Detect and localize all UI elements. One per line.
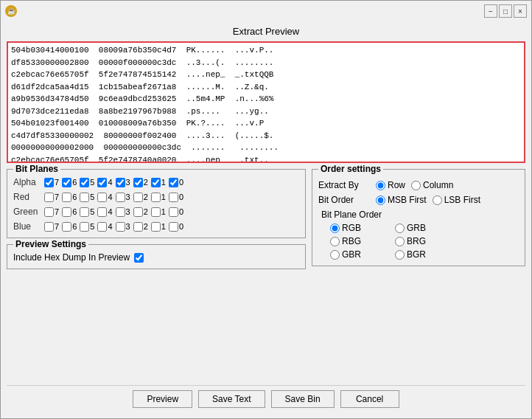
red-row: Red 7 6 5 4 3 2 1 0 — [13, 192, 299, 202]
rbg-option[interactable]: RBG — [330, 236, 389, 246]
alpha-label: Alpha — [13, 177, 41, 187]
red-bit-1[interactable]: 1 — [151, 193, 166, 202]
green-bit-7[interactable]: 7 — [44, 207, 59, 217]
blue-bit-4[interactable]: 4 — [97, 222, 112, 232]
bit-planes-label: Bit Planes — [13, 164, 60, 174]
red-bit-7[interactable]: 7 — [44, 193, 59, 202]
app-icon: ☕ — [5, 5, 17, 17]
left-panel: Bit Planes Alpha 7 6 5 4 3 2 1 0 — [7, 169, 306, 379]
bit-order-row: Bit Order MSB First LSB First — [318, 195, 519, 205]
main-window: ☕ − □ × Extract Preview 504b030414000100… — [0, 0, 532, 419]
blue-bit-1[interactable]: 1 — [151, 222, 166, 232]
blue-row: Blue 7 6 5 4 3 2 1 0 — [13, 221, 299, 232]
hex-dump-text: Include Hex Dump In Preview — [13, 252, 130, 263]
red-bit-2[interactable]: 2 — [133, 193, 148, 202]
grb-option[interactable]: GRB — [395, 223, 454, 233]
brg-option[interactable]: BRG — [395, 236, 454, 246]
blue-bit-0[interactable]: 0 — [169, 222, 183, 232]
preview-area[interactable]: 504b030414000100 08009a76b350c4d7 PK....… — [7, 41, 525, 163]
order-settings-group: Order settings Extract By Row Column — [312, 169, 525, 266]
bit-plane-order-grid: RGB GRB RBG — [330, 223, 519, 260]
preview-line-7: c4d7df85330000002 80000000f002400 ....3.… — [11, 130, 521, 142]
bit-order-label: Bit Order — [318, 195, 370, 205]
bgr-option[interactable]: BGR — [395, 249, 454, 260]
maximize-button[interactable]: □ — [499, 4, 512, 18]
extract-row-label: Row — [388, 180, 405, 190]
green-bit-3[interactable]: 3 — [116, 207, 130, 217]
alpha-bit-7[interactable]: 7 — [44, 178, 59, 187]
preview-line-1: df85330000002800 00000f000000c3dc ..3...… — [11, 57, 521, 69]
bit-planes-grid: Alpha 7 6 5 4 3 2 1 0 Red — [13, 177, 299, 232]
bit-planes-group: Bit Planes Alpha 7 6 5 4 3 2 1 0 — [7, 169, 306, 238]
green-bit-6[interactable]: 6 — [62, 207, 77, 217]
alpha-bit-1[interactable]: 1 — [151, 178, 166, 187]
title-bar: ☕ − □ × — [1, 1, 531, 21]
green-label: Green — [13, 207, 41, 217]
red-bit-0[interactable]: 0 — [169, 193, 183, 202]
order-settings-label: Order settings — [318, 164, 383, 174]
green-bit-1[interactable]: 1 — [151, 207, 166, 217]
rgb-label: RGB — [342, 223, 361, 233]
bit-plane-order-section: Bit Plane Order RGB GRB — [318, 210, 519, 260]
alpha-bit-6[interactable]: 6 — [62, 178, 77, 187]
green-row: Green 7 6 5 4 3 2 1 0 — [13, 207, 299, 217]
preview-line-5: 9d7073dce211eda8 8a8be2197967b988 .ps...… — [11, 105, 521, 118]
red-bit-5[interactable]: 5 — [80, 193, 94, 202]
extract-column-option[interactable]: Column — [411, 180, 453, 190]
save-bin-button[interactable]: Save Bin — [271, 390, 335, 408]
extract-column-label: Column — [423, 180, 453, 190]
hex-dump-row: Include Hex Dump In Preview — [13, 252, 299, 263]
preview-line-4: a9b9536d34784d50 9c6ea9dbcd253625 ..5m4.… — [11, 93, 521, 105]
middle-section: Bit Planes Alpha 7 6 5 4 3 2 1 0 — [7, 169, 525, 379]
cancel-button[interactable]: Cancel — [340, 390, 399, 408]
alpha-bit-3[interactable]: 3 — [116, 178, 130, 187]
hex-dump-checkbox[interactable] — [134, 253, 144, 263]
preview-line-0: 504b030414000100 08009a76b350c4d7 PK....… — [11, 44, 521, 57]
title-bar-controls: − □ × — [484, 4, 527, 18]
green-bit-2[interactable]: 2 — [133, 207, 148, 217]
preview-line-3: d61df2dca5aa4d15 1cb15abeaf2671a8 ......… — [11, 81, 521, 94]
blue-bit-2[interactable]: 2 — [133, 222, 148, 232]
blue-label: Blue — [13, 221, 41, 232]
preview-settings-group: Preview Settings Include Hex Dump In Pre… — [7, 244, 306, 269]
extract-row-option[interactable]: Row — [376, 180, 405, 190]
gbr-label: GBR — [342, 249, 361, 260]
gbr-option[interactable]: GBR — [330, 249, 389, 260]
bgr-label: BGR — [407, 249, 426, 260]
green-bit-0[interactable]: 0 — [169, 207, 183, 217]
preview-button[interactable]: Preview — [133, 390, 192, 408]
blue-bit-7[interactable]: 7 — [44, 222, 59, 232]
alpha-row: Alpha 7 6 5 4 3 2 1 0 — [13, 177, 299, 187]
brg-label: BRG — [407, 236, 426, 246]
preview-line-9: c2ebcac76e65705f 5f2e7478740a0020 ....ne… — [11, 154, 521, 164]
bottom-bar: Preview Save Text Save Bin Cancel — [7, 385, 525, 414]
alpha-bit-2[interactable]: 2 — [133, 178, 148, 187]
minimize-button[interactable]: − — [484, 4, 497, 18]
blue-bit-5[interactable]: 5 — [80, 222, 94, 232]
section-title: Extract Preview — [7, 26, 525, 37]
blue-bit-6[interactable]: 6 — [62, 222, 77, 232]
blue-bit-3[interactable]: 3 — [116, 222, 130, 232]
msb-label: MSB First — [388, 195, 427, 205]
preview-line-6: 504b01023f001400 010008009a76b350 PK.?..… — [11, 117, 521, 130]
rgb-option[interactable]: RGB — [330, 223, 389, 233]
green-bit-4[interactable]: 4 — [97, 207, 112, 217]
alpha-bit-4[interactable]: 4 — [97, 178, 112, 187]
red-bit-4[interactable]: 4 — [97, 193, 112, 202]
lsb-option[interactable]: LSB First — [433, 195, 480, 205]
save-text-button[interactable]: Save Text — [198, 390, 265, 408]
grb-label: GRB — [407, 223, 426, 233]
red-label: Red — [13, 192, 41, 202]
red-bit-6[interactable]: 6 — [62, 193, 77, 202]
alpha-bit-5[interactable]: 5 — [80, 178, 94, 187]
extract-by-label: Extract By — [318, 180, 370, 190]
right-panel: Order settings Extract By Row Column — [312, 169, 525, 379]
red-bit-3[interactable]: 3 — [116, 193, 130, 202]
preview-settings-label: Preview Settings — [13, 239, 88, 249]
alpha-bit-0[interactable]: 0 — [169, 178, 183, 187]
close-button[interactable]: × — [514, 4, 527, 18]
msb-option[interactable]: MSB First — [376, 195, 427, 205]
green-bit-5[interactable]: 5 — [80, 207, 94, 217]
window-content: Extract Preview 504b030414000100 08009a7… — [1, 21, 531, 418]
preview-line-2: c2ebcac76e65705f 5f2e747874515142 ....ne… — [11, 69, 521, 81]
